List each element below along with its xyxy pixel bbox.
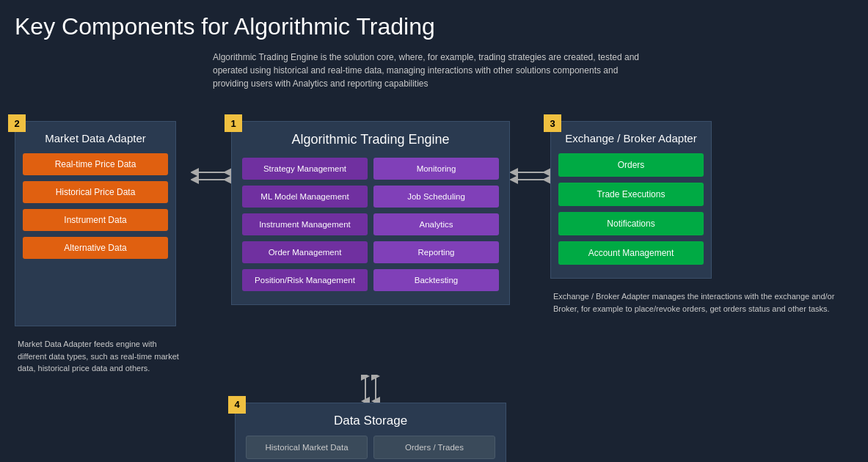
real-time-price-button[interactable]: Real-time Price Data — [23, 153, 168, 175]
alternative-data-button[interactable]: Alternative Data — [23, 237, 168, 259]
exchange-note: Exchange / Broker Adapter manages the in… — [550, 290, 853, 315]
engine-grid: Strategy Management Monitoring ML Model … — [239, 158, 502, 297]
monitoring-button[interactable]: Monitoring — [373, 158, 499, 180]
market-data-title: Market Data Adapter — [23, 132, 168, 144]
exchange-badge: 3 — [544, 114, 561, 132]
storage-box: 4 Data Storage Historical Market Data Or… — [235, 403, 506, 463]
backtesting-button[interactable]: Backtesting — [373, 269, 499, 291]
engine-column: 1 Algorithmic Trading Engine Strategy Ma… — [231, 99, 510, 305]
market-data-box: 2 Market Data Adapter Real-time Price Da… — [15, 121, 176, 326]
position-risk-button[interactable]: Position/Risk Management — [242, 269, 368, 291]
exchange-title: Exchange / Broker Adapter — [558, 132, 704, 144]
right-arrow-area — [510, 165, 550, 187]
job-scheduling-button[interactable]: Job Scheduling — [373, 186, 499, 208]
diagram-layout: 2 Market Data Adapter Real-time Price Da… — [15, 99, 853, 462]
left-arrow-area — [191, 165, 231, 187]
orders-button[interactable]: Orders — [558, 153, 704, 177]
market-data-column: 2 Market Data Adapter Real-time Price Da… — [15, 99, 191, 375]
ml-model-button[interactable]: ML Model Management — [242, 186, 368, 208]
order-management-button[interactable]: Order Management — [242, 241, 368, 263]
market-data-badge: 2 — [8, 114, 26, 132]
storage-title: Data Storage — [243, 414, 498, 428]
notifications-button[interactable]: Notifications — [558, 212, 704, 235]
analytics-button[interactable]: Analytics — [373, 213, 499, 235]
reporting-button[interactable]: Reporting — [373, 241, 499, 263]
storage-grid: Historical Market Data Orders / Trades M… — [243, 436, 498, 463]
exchange-column: 3 Exchange / Broker Adapter Orders Trade… — [550, 99, 853, 315]
left-right-arrow-icon — [191, 165, 231, 187]
instrument-data-button[interactable]: Instrument Data — [23, 209, 168, 231]
top-row: 2 Market Data Adapter Real-time Price Da… — [15, 99, 853, 375]
instrument-management-button[interactable]: Instrument Management — [242, 213, 368, 235]
page-title: Key Components for Algorithmic Trading — [15, 13, 853, 40]
exchange-box: 3 Exchange / Broker Adapter Orders Trade… — [550, 121, 712, 279]
storage-badge: 4 — [228, 396, 246, 414]
engine-bottom: 4 Data Storage Historical Market Data Or… — [231, 375, 510, 463]
page-description: Algorithmic Trading Engine is the soluti… — [213, 51, 653, 90]
right-left-arrow-icon — [510, 165, 550, 187]
trade-executions-button[interactable]: Trade Executions — [558, 183, 704, 206]
historical-price-button[interactable]: Historical Price Data — [23, 181, 168, 203]
engine-box: 1 Algorithmic Trading Engine Strategy Ma… — [231, 121, 510, 305]
engine-badge: 1 — [225, 114, 242, 132]
engine-title: Algorithmic Trading Engine — [239, 132, 502, 147]
orders-trades-button[interactable]: Orders / Trades — [373, 436, 495, 459]
strategy-management-button[interactable]: Strategy Management — [242, 158, 368, 180]
account-management-button[interactable]: Account Management — [558, 241, 704, 265]
market-data-note: Market Data Adapter feeds engine with di… — [15, 338, 191, 375]
historical-market-data-button[interactable]: Historical Market Data — [246, 436, 368, 459]
vertical-arrows-icon — [352, 375, 389, 403]
bottom-row: 4 Data Storage Historical Market Data Or… — [15, 375, 853, 463]
page: Key Components for Algorithmic Trading A… — [0, 0, 868, 462]
